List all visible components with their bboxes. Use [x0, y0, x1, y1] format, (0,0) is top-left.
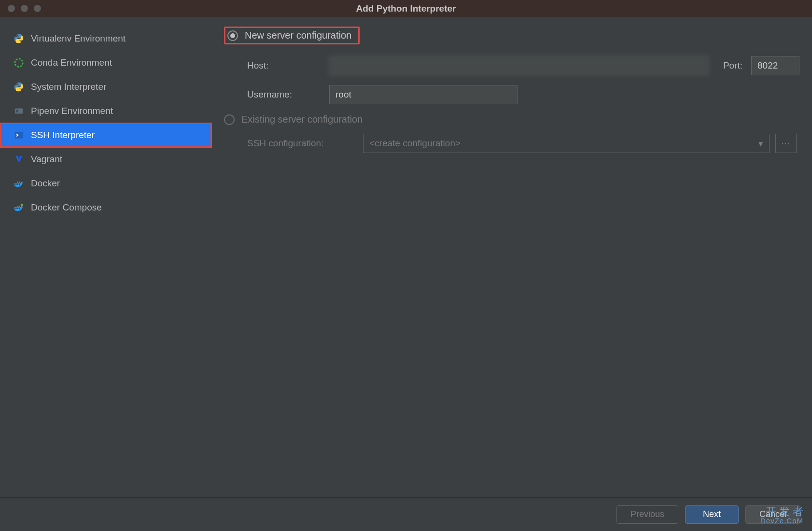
host-input[interactable]	[329, 56, 709, 75]
dialog-footer: Previous Next Cancel	[0, 497, 812, 531]
sidebar-item-label: Virtualenv Environment	[31, 33, 126, 44]
radio-new-config[interactable]	[227, 30, 238, 41]
window-controls	[0, 5, 41, 12]
ssh-config-placeholder: <create configuration>	[369, 138, 461, 149]
sidebar-item-label: Conda Environment	[31, 57, 112, 68]
svg-rect-3	[15, 132, 23, 138]
maximize-window-icon[interactable]	[34, 5, 41, 12]
pipenv-icon	[14, 106, 24, 116]
docker-icon	[14, 178, 24, 189]
python-icon	[14, 82, 24, 92]
ssh-config-label: SSH configuration:	[247, 138, 363, 149]
sidebar-item-virtualenv[interactable]: Virtualenv Environment	[0, 27, 211, 51]
close-window-icon[interactable]	[8, 5, 15, 12]
host-label: Host:	[247, 60, 329, 71]
new-config-label: New server configuration	[245, 30, 351, 41]
existing-config-label: Existing server configuration	[241, 114, 363, 125]
next-button[interactable]: Next	[685, 505, 739, 524]
sidebar-item-system[interactable]: System Interpreter	[0, 75, 211, 99]
interpreter-type-sidebar: Virtualenv Environment Conda Environment…	[0, 17, 211, 497]
sidebar-item-pipenv[interactable]: Pipenv Environment	[0, 99, 211, 123]
username-label: Username:	[247, 89, 329, 100]
browse-ssh-config-button: ⋯	[775, 134, 797, 153]
sidebar-item-docker-compose[interactable]: Docker Compose	[0, 196, 211, 220]
svg-point-4	[21, 204, 23, 207]
ssh-config-row: SSH configuration: <create configuration…	[224, 134, 799, 153]
minimize-window-icon[interactable]	[21, 5, 28, 12]
username-input[interactable]	[329, 85, 518, 104]
existing-config-radio-row[interactable]: Existing server configuration	[224, 114, 799, 125]
ssh-config-dropdown: <create configuration> ▾	[363, 134, 770, 153]
port-input[interactable]	[751, 56, 799, 75]
sidebar-item-label: Docker	[31, 178, 60, 189]
radio-existing-config[interactable]	[224, 114, 235, 125]
sidebar-item-label: SSH Interpreter	[31, 130, 95, 140]
sidebar-item-ssh[interactable]: SSH Interpreter	[0, 123, 211, 147]
chevron-down-icon: ▾	[758, 138, 763, 149]
username-row: Username:	[224, 85, 799, 104]
svg-point-0	[15, 59, 23, 67]
sidebar-item-label: Pipenv Environment	[31, 106, 113, 116]
docker-compose-icon	[14, 202, 24, 213]
conda-icon	[14, 57, 24, 68]
sidebar-item-label: System Interpreter	[31, 82, 106, 92]
ssh-icon	[14, 130, 24, 140]
sidebar-item-docker[interactable]: Docker	[0, 171, 211, 196]
python-icon	[14, 33, 24, 44]
sidebar-item-label: Docker Compose	[31, 202, 102, 213]
host-row: Host: Port:	[224, 56, 799, 75]
previous-button: Previous	[616, 505, 678, 524]
sidebar-item-vagrant[interactable]: Vagrant	[0, 147, 211, 171]
cancel-button[interactable]: Cancel	[745, 505, 800, 524]
new-config-radio-row[interactable]: New server configuration	[224, 27, 799, 44]
titlebar: Add Python Interpreter	[0, 0, 812, 17]
vagrant-icon	[14, 154, 24, 165]
sidebar-item-conda[interactable]: Conda Environment	[0, 51, 211, 75]
svg-rect-2	[16, 110, 18, 112]
svg-rect-1	[15, 109, 23, 114]
window-title: Add Python Interpreter	[356, 3, 456, 14]
main-panel: New server configuration Host: Port: Use…	[211, 17, 812, 497]
port-label: Port:	[723, 60, 742, 71]
sidebar-item-label: Vagrant	[31, 154, 62, 165]
